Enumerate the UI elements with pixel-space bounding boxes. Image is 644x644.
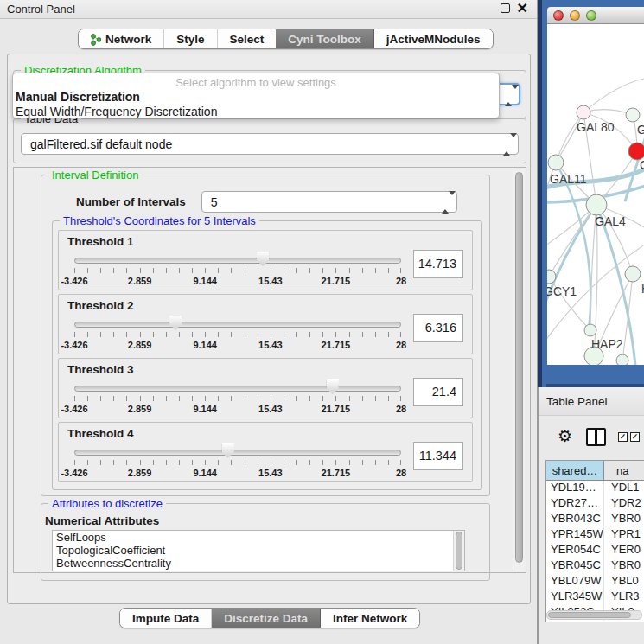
threshold-1-panel: Threshold 1 -3.4262.8599.14415.4321.7152… [58,230,473,290]
algorithm-combobox[interactable] [498,83,520,105]
cell-shared-name[interactable]: YBL079W [546,574,604,590]
table-row[interactable]: YLR345WYLR3 [546,590,644,605]
tab-discretize-data[interactable]: Discretize Data [212,609,321,628]
slider-track[interactable] [74,322,401,328]
attribute-list-item[interactable]: SelfLoops [53,531,464,544]
tab-impute-data[interactable]: Impute Data [120,609,212,628]
tab-style[interactable]: Style [164,29,217,48]
network-window-titlebar[interactable] [547,7,644,24]
tab-jactivemnodules[interactable]: jActiveMNodules [374,29,493,48]
table-row[interactable]: YER054CYER0 [546,543,644,558]
mac-zoom-icon[interactable] [586,10,596,21]
tick-label: 21.715 [322,468,351,478]
slider-tick-labels: -3.4262.8599.14415.4321.71528 [74,468,401,480]
network-node[interactable] [628,143,644,160]
threshold-1-slider[interactable]: -3.4262.8599.14415.4321.71528 [74,250,401,290]
threshold-2-panel: Threshold 2 -3.4262.8599.14415.4321.7152… [58,294,473,354]
slider-handle[interactable] [257,252,269,266]
dropdown-option-equal-width-frequency[interactable]: Equal Width/Frequency Discretization [13,105,499,119]
tab-infer-network[interactable]: Infer Network [321,609,419,628]
scrollbar-thumb[interactable] [548,612,631,618]
table-row[interactable]: YDL19…YDL1 [546,481,644,496]
mac-close-icon[interactable] [553,10,564,21]
threshold-2-slider[interactable]: -3.4262.8599.14415.4321.71528 [74,314,401,354]
algorithm-dropdown-popup: Select algorithm to view settings Manual… [12,73,500,118]
attribute-list-item[interactable]: BetweennessCentrality [53,557,464,570]
slider-handle[interactable] [222,443,234,458]
cell-name[interactable]: YDL1 [604,481,644,496]
cell-name[interactable]: YBR0 [604,558,644,574]
slider-handle[interactable] [169,316,182,330]
cell-shared-name[interactable]: YBR045C [546,558,604,574]
tab-select[interactable]: Select [218,29,277,48]
table-data-select[interactable]: galFiltered.sif default node [21,133,519,155]
number-of-intervals-select[interactable]: 5 [201,191,457,213]
node-label: GAL4 [595,214,626,228]
checked-box-icon[interactable]: ✓ [618,432,628,442]
cell-shared-name[interactable]: YDL19… [546,481,604,496]
slider-handle[interactable] [327,379,339,394]
cell-name[interactable]: YDR2 [604,496,644,512]
threshold-4-value-field[interactable]: 11.344 [413,442,463,470]
column-split-icon[interactable] [586,428,606,446]
dropdown-hint-item[interactable]: Select algorithm to view settings [13,76,499,90]
tick-label: 9.144 [193,468,217,478]
cell-shared-name[interactable]: YPR145W [546,527,604,543]
column-header-shared-name[interactable]: shared… [546,461,604,480]
tab-network[interactable]: Network [79,29,164,48]
cell-shared-name[interactable]: YBR043C [546,512,604,527]
network-node[interactable] [548,155,564,170]
numerical-attributes-list[interactable]: SelfLoopsTopologicalCoefficientBetweenne… [52,530,465,571]
network-icon [91,33,101,46]
tab-infer-network-label: Infer Network [333,612,407,625]
network-node[interactable] [616,354,628,365]
table-row[interactable]: YPR145WYPR1 [546,527,644,543]
slider-track[interactable] [74,258,401,264]
tab-cyni-toolbox[interactable]: Cyni Toolbox [276,29,374,48]
settings-vertical-scrollbar[interactable] [513,169,525,571]
network-node[interactable] [586,194,607,215]
mac-minimize-icon[interactable] [570,10,580,21]
slider-track[interactable] [74,386,401,392]
threshold-2-value-field[interactable]: 6.316 [413,314,463,342]
network-node[interactable] [584,324,596,336]
network-node[interactable] [577,105,590,119]
tick-label: 2.859 [128,468,152,478]
cell-shared-name[interactable]: YLR345W [546,590,604,605]
gear-icon[interactable]: ⚙ [558,426,572,446]
float-window-icon[interactable] [501,3,510,13]
threshold-3-slider[interactable]: -3.4262.8599.14415.4321.71528 [74,378,401,418]
table-row[interactable]: YBR043CYBR0 [546,512,644,527]
threshold-1-value-field[interactable]: 14.713 [413,250,463,278]
checked-box-icon[interactable]: ✓ [630,432,640,442]
node-label: C [640,158,644,172]
attributes-list-scrollbar[interactable] [453,531,464,571]
cell-name[interactable]: YBL0 [604,574,644,590]
slider-ticks [74,268,401,273]
column-header-name[interactable]: na [604,461,644,480]
cell-name[interactable]: YPR1 [604,527,644,543]
threshold-3-value-field[interactable]: 21.4 [413,378,463,406]
attributes-to-discretize-group: Attributes to discretize Numerical Attri… [41,503,490,581]
cell-name[interactable]: YLR3 [604,590,644,605]
table-row[interactable]: YDR27…YDR2 [546,496,644,512]
close-icon[interactable]: ✕ [517,3,528,13]
slider-ticks [74,332,401,337]
tick-label: -3.426 [61,276,87,286]
table-row[interactable]: YBR045CYBR0 [546,558,644,574]
dropdown-option-manual-discretization[interactable]: Manual Discretization [13,90,499,105]
slider-track[interactable] [74,450,401,456]
network-node[interactable] [626,108,640,122]
threshold-4-slider[interactable]: -3.4262.8599.14415.4321.71528 [74,442,401,481]
cell-shared-name[interactable]: YER054C [546,543,604,558]
table-horizontal-scrollbar[interactable] [546,610,642,620]
table-row[interactable]: YBL079WYBL0 [546,574,644,590]
network-node[interactable] [625,266,641,282]
tick-label: 28 [396,468,406,478]
network-canvas[interactable]: GAL80GCGAL11GAL4GCY1HHAP2 [547,24,644,365]
cell-name[interactable]: YER0 [604,543,644,558]
attribute-list-item[interactable]: TopologicalCoefficient [53,544,464,557]
scrollbar-thumb[interactable] [515,172,523,563]
cell-name[interactable]: YBR0 [604,512,644,527]
cell-shared-name[interactable]: YDR27… [546,496,604,512]
